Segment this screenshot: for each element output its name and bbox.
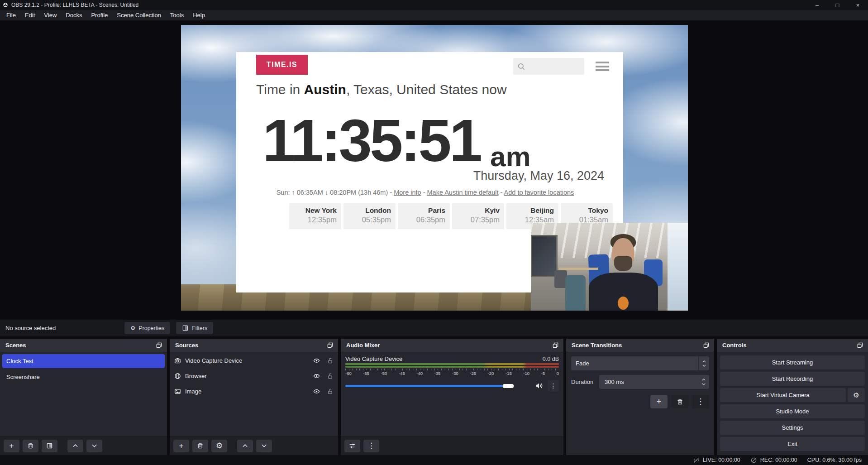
source-item-video-capture[interactable]: Video Capture Device [170, 354, 338, 368]
volume-slider[interactable] [345, 384, 530, 388]
transition-options-button[interactable]: ⋮ [692, 395, 709, 408]
search-box[interactable] [513, 58, 584, 75]
move-scene-up-button[interactable] [67, 440, 83, 452]
tick-label: -15 [506, 371, 512, 376]
menu-profile[interactable]: Profile [86, 10, 112, 20]
visibility-eye-icon[interactable] [313, 388, 320, 395]
hamburger-menu-icon[interactable] [596, 62, 609, 71]
volume-slider-fill [345, 385, 514, 387]
menu-help[interactable]: Help [188, 10, 210, 20]
popout-icon[interactable] [552, 342, 559, 349]
start-virtual-camera-button[interactable]: Start Virtual Camera [720, 388, 846, 402]
city-time: 05:35pm [343, 216, 391, 224]
controls-title: Controls [722, 342, 746, 349]
filters-button[interactable]: Filters [176, 322, 213, 334]
transition-select[interactable]: Fade [571, 356, 709, 370]
heading-city: Austin [304, 82, 346, 97]
more-info-link[interactable]: More info [394, 189, 421, 196]
exit-button[interactable]: Exit [720, 437, 865, 451]
scene-item-clock-test[interactable]: Clock Test [2, 354, 165, 368]
mixer-menu-button[interactable]: ⋮ [363, 440, 379, 452]
move-source-up-button[interactable] [237, 440, 253, 452]
remove-transition-button[interactable] [671, 395, 688, 408]
lock-icon[interactable] [327, 357, 334, 364]
menu-view[interactable]: View [39, 10, 61, 20]
controls-header: Controls [717, 339, 868, 352]
source-item-browser[interactable]: Browser [170, 369, 338, 383]
add-source-button[interactable]: + [173, 440, 189, 452]
start-streaming-button[interactable]: Start Streaming [720, 355, 865, 369]
add-favorite-link[interactable]: Add to favorite locations [504, 189, 574, 196]
sources-toolbar: + ⚙ [170, 436, 338, 455]
tick-label: 0 [557, 371, 559, 376]
globe-icon [174, 373, 181, 379]
remove-source-button[interactable] [192, 440, 208, 452]
properties-button[interactable]: ⚙ Properties [124, 322, 170, 334]
source-status-text: No source selected [5, 325, 124, 331]
obs-window: OBS 29.1.2 - Profile: LLHLS BETA - Scene… [0, 0, 868, 465]
scene-filters-button[interactable] [42, 440, 57, 452]
duration-label: Duration [571, 379, 599, 385]
menu-scene-collection[interactable]: Scene Collection [112, 10, 166, 20]
city-name: Paris [398, 206, 445, 215]
make-default-link[interactable]: Make Austin time default [427, 189, 499, 196]
lock-icon[interactable] [327, 388, 334, 395]
meter-bar [345, 366, 559, 368]
settings-button[interactable]: Settings [720, 421, 865, 435]
studio-mode-button[interactable]: Studio Mode [720, 404, 865, 418]
webcam-overlay[interactable] [531, 223, 688, 311]
menu-docks[interactable]: Docks [61, 10, 86, 20]
transitions-header: Scene Transitions [566, 339, 714, 352]
move-source-down-button[interactable] [256, 440, 272, 452]
popout-icon[interactable] [857, 342, 863, 349]
mixer-options-button[interactable]: ⋮ [548, 380, 559, 392]
controls-panel: Controls Start Streaming Start Recording… [717, 339, 868, 455]
city-card-london[interactable]: London 05:35pm [343, 203, 396, 229]
duration-spinbox[interactable]: 300 ms [599, 375, 709, 389]
cpu-fps-stats: CPU: 0.6%, 30.00 fps [807, 457, 862, 463]
start-recording-button[interactable]: Start Recording [720, 372, 865, 386]
add-scene-button[interactable]: + [4, 440, 19, 452]
duration-spinner[interactable] [701, 378, 709, 386]
tick-label: -40 [416, 371, 423, 376]
timeis-logo[interactable]: TIME.IS [256, 55, 308, 75]
city-card-new-york[interactable]: New York 12:35pm [289, 203, 341, 229]
menu-tools[interactable]: Tools [166, 10, 188, 20]
add-transition-button[interactable]: + [650, 395, 668, 408]
lock-icon[interactable] [327, 373, 334, 379]
source-item-image[interactable]: Image [170, 384, 338, 398]
move-scene-down-button[interactable] [86, 440, 102, 452]
menu-file[interactable]: File [2, 10, 20, 20]
page-title: Time in Austin, Texas, United States now [256, 82, 507, 97]
audio-mixer-toolbar: ⋮ [341, 436, 563, 455]
maximize-button[interactable]: □ [827, 0, 848, 10]
city-name: Kyiv [452, 206, 500, 215]
rec-status: REC: 00:00:00 [750, 457, 797, 464]
virtual-camera-config-button[interactable]: ⚙ [848, 388, 865, 402]
remove-scene-button[interactable] [23, 440, 38, 452]
visibility-eye-icon[interactable] [313, 357, 320, 364]
audio-mixer-title: Audio Mixer [346, 342, 380, 349]
city-card-paris[interactable]: Paris 06:35pm [398, 203, 450, 229]
city-time: 12:35pm [289, 216, 337, 224]
volume-slider-handle[interactable] [503, 384, 514, 388]
sources-panel: Sources Video Capture Device Browser [170, 339, 338, 455]
visibility-eye-icon[interactable] [313, 373, 320, 379]
advanced-audio-button[interactable] [344, 440, 360, 452]
popout-icon[interactable] [327, 342, 334, 349]
minimize-button[interactable]: – [807, 0, 827, 10]
duration-value: 300 ms [599, 379, 624, 385]
city-card-kyiv[interactable]: Kyiv 07:35pm [452, 203, 504, 229]
close-button[interactable]: × [848, 0, 868, 10]
popout-icon[interactable] [703, 342, 710, 349]
popout-icon[interactable] [156, 342, 162, 349]
preview-canvas[interactable]: TIME.IS Time in Austin, Texas, United St… [181, 25, 688, 311]
scene-item-screenshare[interactable]: Screenshare [2, 370, 165, 384]
select-spinner[interactable] [698, 356, 709, 370]
webcam-person [587, 233, 660, 311]
menu-edit[interactable]: Edit [20, 10, 39, 20]
speaker-icon[interactable] [535, 382, 543, 390]
sun-times: Sun: ↑ 06:35AM ↓ 08:20PM (13h 46m) - [277, 189, 394, 196]
source-properties-button[interactable]: ⚙ [211, 440, 227, 452]
city-name: New York [289, 206, 337, 215]
